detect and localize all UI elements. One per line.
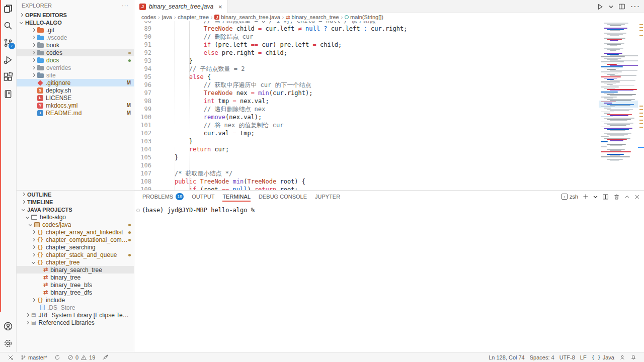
- tree-item-binary-tree[interactable]: ⇄binary_tree: [17, 274, 134, 281]
- run-debug-icon[interactable]: [0, 51, 17, 68]
- code-line[interactable]: 101 // 将 nex 的值复制给 cur: [134, 121, 599, 129]
- tree-item-docs[interactable]: docs: [17, 56, 134, 64]
- tree-item-chapter-array-and-linkedlist[interactable]: {}chapter_array_and_linkedlist: [17, 228, 134, 236]
- split-editor-icon[interactable]: [618, 3, 625, 10]
- tree-item-binary-tree-dfs[interactable]: ⇄binary_tree_dfs: [17, 289, 134, 296]
- breadcrumb-item-main-string[interactable]: main(String[]): [345, 14, 383, 20]
- breadcrumb-item-binary-search-tree-java[interactable]: Jbinary_search_tree.java: [214, 14, 280, 20]
- tree-item-codes[interactable]: codes: [17, 49, 134, 56]
- code-line[interactable]: 105 }: [134, 153, 599, 161]
- cursor-position[interactable]: Ln 128, Col 74: [486, 354, 527, 360]
- open-editors-section[interactable]: OPEN EDITORS: [17, 11, 134, 19]
- code-line[interactable]: 99 // 递归删除结点 nex: [134, 105, 599, 113]
- run-button-icon[interactable]: [596, 3, 604, 11]
- tab-close-icon[interactable]: ×: [218, 3, 222, 11]
- settings-gear-icon[interactable]: [0, 335, 17, 352]
- tree-item-vscode[interactable]: .vscode: [17, 34, 134, 41]
- panel-tab-problems[interactable]: PROBLEMS19: [142, 191, 184, 203]
- eol-setting[interactable]: LF: [578, 354, 589, 360]
- tree-item-chapter-searching[interactable]: {}chapter_searching: [17, 243, 134, 251]
- indentation-setting[interactable]: Spaces: 4: [527, 354, 557, 360]
- tree-item-jre-system-library-eclipse-temurin-17-17[interactable]: ▤JRE System Library [Eclipse Temurin 17 …: [17, 311, 134, 319]
- tree-item-ds-store[interactable]: .DS_Store: [17, 304, 134, 311]
- account-icon[interactable]: [0, 318, 17, 335]
- breadcrumb-item-java[interactable]: java: [162, 14, 172, 20]
- tree-item-chapter-tree[interactable]: {}chapter_tree: [17, 258, 134, 266]
- code-line[interactable]: 97 TreeNode nex = min(cur.right);: [134, 89, 599, 97]
- tree-item-hello-algo[interactable]: hello-algo: [17, 213, 134, 221]
- code-line[interactable]: 103 }: [134, 137, 599, 145]
- extensions-icon[interactable]: [0, 68, 17, 85]
- tree-item-codes-java[interactable]: codes/java: [17, 221, 134, 228]
- code-line[interactable]: 88 // 当子结点数量 = 0 / 1 时, child = null / 该…: [134, 21, 599, 25]
- code-line[interactable]: 100 remove(nex.val);: [134, 113, 599, 121]
- root-folder-section[interactable]: HELLO-ALGO: [17, 19, 134, 26]
- minimap[interactable]: [599, 21, 638, 190]
- code-line[interactable]: 106: [134, 161, 599, 169]
- split-terminal-icon[interactable]: [602, 194, 609, 200]
- tree-item-referenced-libraries[interactable]: ▤Referenced Libraries: [17, 319, 134, 326]
- tab-binary-search-tree[interactable]: J binary_search_tree.java ×: [134, 0, 228, 13]
- editor-more-actions-icon[interactable]: ···: [630, 2, 640, 11]
- tree-item-binary-search-tree[interactable]: ⇄binary_search_tree: [17, 266, 134, 274]
- outline-section[interactable]: OUTLINE: [17, 191, 134, 198]
- java-projects-section[interactable]: JAVA PROJECTS: [17, 206, 134, 213]
- tree-item-chapter-stack-and-queue[interactable]: {}chapter_stack_and_queue: [17, 251, 134, 258]
- close-panel-icon[interactable]: [634, 194, 640, 200]
- tree-item-overrides[interactable]: overrides: [17, 64, 134, 71]
- breadcrumb-item-binary-search-tree[interactable]: ⇄binary_search_tree: [286, 14, 339, 20]
- code-line[interactable]: 108 public TreeNode min(TreeNode root) {: [134, 177, 599, 186]
- notifications-bell-icon[interactable]: [628, 354, 639, 360]
- code-line[interactable]: 91 if (pre.left == cur) pre.left = child…: [134, 41, 599, 49]
- new-terminal-icon[interactable]: [583, 194, 589, 200]
- shell-picker[interactable]: › zsh: [561, 194, 578, 200]
- code-line[interactable]: 109 if (root == null) return root;: [134, 186, 599, 190]
- code-line[interactable]: 107 /* 获取最小结点 */: [134, 169, 599, 177]
- sync-changes-button[interactable]: [52, 352, 63, 362]
- terminal[interactable]: (base) jyd@JYD-MBP hello-algo %: [134, 203, 644, 352]
- panel-tab-output[interactable]: OUTPUT: [192, 191, 214, 203]
- source-control-icon[interactable]: 7: [0, 34, 17, 51]
- code-line[interactable]: 102 cur.val = tmp;: [134, 129, 599, 137]
- tree-item-license[interactable]: LLICENSE: [17, 94, 134, 102]
- problems-indicator[interactable]: 0 19: [65, 352, 98, 362]
- code-line[interactable]: 94 // 子结点数量 = 2: [134, 65, 599, 73]
- terminal-dropdown-icon[interactable]: [593, 195, 598, 199]
- feedback-icon[interactable]: [617, 354, 628, 360]
- code-editor[interactable]: 88 // 当子结点数量 = 0 / 1 时, child = null / 该…: [134, 21, 599, 190]
- tree-item-book[interactable]: book: [17, 41, 134, 49]
- explorer-more-actions-icon[interactable]: ···: [122, 3, 129, 9]
- code-line[interactable]: 89 TreeNode child = cur.left ≠ null ? cu…: [134, 25, 599, 33]
- panel-tab-terminal[interactable]: TERMINAL: [222, 191, 251, 203]
- breadcrumb-item-codes[interactable]: codes: [141, 14, 156, 20]
- kill-terminal-icon[interactable]: [613, 194, 620, 200]
- overview-ruler[interactable]: [638, 21, 644, 190]
- run-dropdown-icon[interactable]: [609, 5, 613, 9]
- tree-item-chapter-computational-complexity[interactable]: {}chapter_computational_complexity: [17, 236, 134, 243]
- tree-item-deploy-sh[interactable]: $deploy.sh: [17, 86, 134, 94]
- remote-tools-icon[interactable]: [5, 352, 16, 362]
- encoding-setting[interactable]: UTF-8: [557, 354, 578, 360]
- tree-item-mkdocs-yml[interactable]: Ymkdocs.ymlM: [17, 102, 134, 109]
- tree-item-binary-tree-bfs[interactable]: ⇄binary_tree_bfs: [17, 281, 134, 289]
- code-line[interactable]: 96 // 获取中序遍历中 cur 的下一个结点: [134, 81, 599, 89]
- language-mode[interactable]: { } Java: [589, 354, 617, 360]
- tree-item-git[interactable]: .git: [17, 26, 134, 34]
- tree-item-include[interactable]: {}include: [17, 296, 134, 304]
- panel-tab-jupyter[interactable]: JUPYTER: [315, 191, 340, 203]
- search-icon[interactable]: [0, 17, 17, 34]
- git-branch-indicator[interactable]: master*: [18, 352, 50, 362]
- maximize-panel-icon[interactable]: [624, 194, 630, 200]
- timeline-section[interactable]: TIMELINE: [17, 198, 134, 206]
- code-line[interactable]: 98 int tmp = nex.val;: [134, 97, 599, 105]
- code-line[interactable]: 93 }: [134, 57, 599, 65]
- tree-item-readme-md[interactable]: iREADME.mdM: [17, 109, 134, 117]
- code-line[interactable]: 104 return cur;: [134, 145, 599, 153]
- panel-tab-debug-console[interactable]: DEBUG CONSOLE: [259, 191, 307, 203]
- code-line[interactable]: 95 else {: [134, 73, 599, 81]
- code-line[interactable]: 92 else pre.right = child;: [134, 49, 599, 57]
- explorer-icon[interactable]: [0, 0, 17, 17]
- notebook-icon[interactable]: [0, 85, 17, 103]
- breadcrumb-item-chapter-tree[interactable]: chapter_tree: [178, 14, 209, 20]
- rocket-deploy-button[interactable]: [100, 352, 111, 362]
